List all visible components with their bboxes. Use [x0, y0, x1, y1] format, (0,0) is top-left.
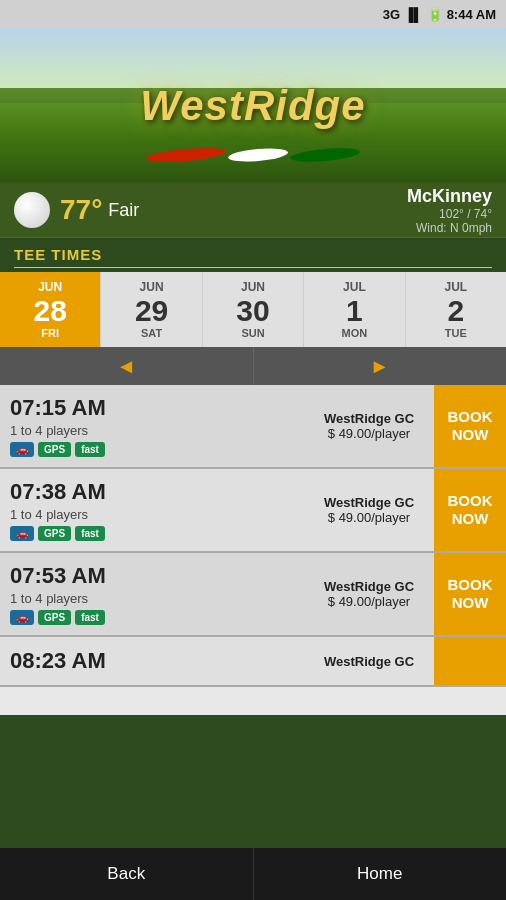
tee-item-1: 07:38 AM 1 to 4 players 🚗 GPS fast WestR…: [0, 469, 506, 553]
tee-item-2: 07:53 AM 1 to 4 players 🚗 GPS fast WestR…: [0, 553, 506, 637]
date-col-0[interactable]: JUN 28 FRI: [0, 272, 101, 347]
date-day-0: 28: [34, 294, 67, 327]
tee-list: 07:15 AM 1 to 4 players 🚗 GPS fast WestR…: [0, 385, 506, 715]
tee-venue-3: WestRidge GC: [304, 648, 434, 675]
temperature: 77°: [60, 194, 102, 226]
tee-venue-2: WestRidge GC $ 49.00/player: [304, 573, 434, 615]
date-month-2: JUN: [241, 280, 265, 294]
tee-time-0: 07:15 AM: [10, 395, 294, 421]
venue-name-2: WestRidge GC: [310, 579, 428, 594]
logo-swoosh: [146, 149, 360, 161]
status-icons: 3G ▐▌ 🔋 8:44 AM: [383, 7, 496, 22]
next-arrow-button[interactable]: ►: [254, 347, 507, 385]
tee-players-1: 1 to 4 players: [10, 507, 294, 522]
tee-times-title: TEE TIMES: [14, 246, 492, 268]
date-col-2[interactable]: JUN 30 SUN: [203, 272, 304, 347]
badge-cart-2: 🚗: [10, 610, 34, 625]
badge-fast-0: fast: [75, 442, 105, 457]
book-button-2[interactable]: BOOKNOW: [434, 553, 506, 635]
weather-condition: Fair: [108, 200, 407, 221]
badge-cart-1: 🚗: [10, 526, 34, 541]
tee-times-section: TEE TIMES: [0, 238, 506, 272]
signal-icon: 3G: [383, 7, 400, 22]
tee-badges-0: 🚗 GPS fast: [10, 442, 294, 457]
date-month-4: JUL: [444, 280, 467, 294]
venue-price-2: $ 49.00/player: [310, 594, 428, 609]
date-day-4: 2: [447, 294, 464, 327]
date-weekday-0: FRI: [41, 327, 59, 339]
tee-time-2: 07:53 AM: [10, 563, 294, 589]
right-arrow-icon: ►: [370, 355, 390, 378]
venue-price-1: $ 49.00/player: [310, 510, 428, 525]
badge-gps-2: GPS: [38, 610, 71, 625]
prev-arrow-button[interactable]: ◄: [0, 347, 254, 385]
back-button[interactable]: Back: [0, 848, 254, 900]
book-button-0[interactable]: BOOKNOW: [434, 385, 506, 467]
tee-time-3: 08:23 AM: [10, 648, 294, 674]
date-weekday-2: SUN: [241, 327, 264, 339]
badge-fast-2: fast: [75, 610, 105, 625]
badge-gps-0: GPS: [38, 442, 71, 457]
tee-players-0: 1 to 4 players: [10, 423, 294, 438]
tee-item-0: 07:15 AM 1 to 4 players 🚗 GPS fast WestR…: [0, 385, 506, 469]
tee-venue-0: WestRidge GC $ 49.00/player: [304, 405, 434, 447]
date-col-3[interactable]: JUL 1 MON: [304, 272, 405, 347]
book-button-1[interactable]: BOOKNOW: [434, 469, 506, 551]
date-weekday-4: TUE: [445, 327, 467, 339]
wind-info: Wind: N 0mph: [407, 221, 492, 235]
tee-info-2: 07:53 AM 1 to 4 players 🚗 GPS fast: [0, 553, 304, 635]
venue-name-1: WestRidge GC: [310, 495, 428, 510]
home-button[interactable]: Home: [254, 848, 507, 900]
clock: 8:44 AM: [447, 7, 496, 22]
tee-badges-2: 🚗 GPS fast: [10, 610, 294, 625]
sky-bg: [0, 28, 506, 88]
status-bar: 3G ▐▌ 🔋 8:44 AM: [0, 0, 506, 28]
venue-name-3: WestRidge GC: [310, 654, 428, 669]
tee-info-1: 07:38 AM 1 to 4 players 🚗 GPS fast: [0, 469, 304, 551]
battery-icon: 🔋: [427, 7, 443, 22]
date-day-2: 30: [236, 294, 269, 327]
badge-gps-1: GPS: [38, 526, 71, 541]
date-day-1: 29: [135, 294, 168, 327]
date-weekday-3: MON: [342, 327, 368, 339]
wifi-icon: ▐▌: [404, 7, 422, 22]
date-col-1[interactable]: JUN 29 SAT: [101, 272, 202, 347]
weather-location: McKinney 102° / 74° Wind: N 0mph: [407, 186, 492, 235]
tee-item-3: 08:23 AM WestRidge GC: [0, 637, 506, 687]
golf-ball-icon: [14, 192, 50, 228]
tee-badges-1: 🚗 GPS fast: [10, 526, 294, 541]
location-name: McKinney: [407, 186, 492, 207]
back-label: Back: [107, 864, 145, 884]
book-button-3[interactable]: [434, 637, 506, 685]
date-month-1: JUN: [140, 280, 164, 294]
date-day-3: 1: [346, 294, 363, 327]
header-banner: WestRidge: [0, 28, 506, 183]
left-arrow-icon: ◄: [116, 355, 136, 378]
tee-time-1: 07:38 AM: [10, 479, 294, 505]
high-low: 102° / 74°: [407, 207, 492, 221]
date-selector: JUN 28 FRI JUN 29 SAT JUN 30 SUN JUL 1 M…: [0, 272, 506, 347]
app-logo: WestRidge: [140, 82, 365, 130]
date-col-4[interactable]: JUL 2 TUE: [406, 272, 506, 347]
weather-bar: 77° Fair McKinney 102° / 74° Wind: N 0mp…: [0, 183, 506, 238]
tee-players-2: 1 to 4 players: [10, 591, 294, 606]
tee-info-0: 07:15 AM 1 to 4 players 🚗 GPS fast: [0, 385, 304, 467]
date-month-3: JUL: [343, 280, 366, 294]
tee-info-3: 08:23 AM: [0, 638, 304, 684]
date-month-0: JUN: [38, 280, 62, 294]
tee-venue-1: WestRidge GC $ 49.00/player: [304, 489, 434, 531]
date-weekday-1: SAT: [141, 327, 162, 339]
badge-fast-1: fast: [75, 526, 105, 541]
nav-arrows: ◄ ►: [0, 347, 506, 385]
home-label: Home: [357, 864, 402, 884]
bottom-nav: Back Home: [0, 848, 506, 900]
venue-price-0: $ 49.00/player: [310, 426, 428, 441]
badge-cart-0: 🚗: [10, 442, 34, 457]
venue-name-0: WestRidge GC: [310, 411, 428, 426]
